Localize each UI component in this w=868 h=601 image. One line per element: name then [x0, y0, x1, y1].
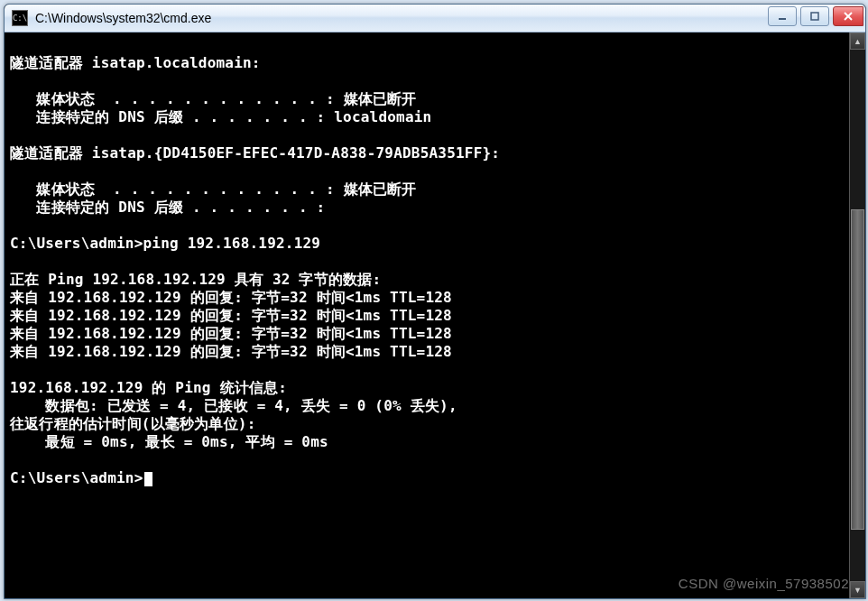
console-line: 来自 192.168.192.129 的回复: 字节=32 时间<1ms TTL…	[10, 343, 844, 361]
titlebar[interactable]: C:\ C:\Windows\system32\cmd.exe	[5, 5, 865, 32]
console-line: 往返行程的估计时间(以毫秒为单位):	[10, 415, 844, 433]
console-line: 192.168.192.129 的 Ping 统计信息:	[10, 379, 844, 397]
console-line	[10, 451, 844, 469]
svg-rect-1	[811, 13, 818, 20]
scroll-track[interactable]	[850, 50, 865, 581]
console-line: 最短 = 0ms, 最长 = 0ms, 平均 = 0ms	[10, 433, 844, 451]
console-line: 媒体状态 . . . . . . . . . . . . : 媒体已断开	[10, 180, 844, 199]
console-line: 来自 192.168.192.129 的回复: 字节=32 时间<1ms TTL…	[10, 325, 844, 343]
console-line	[10, 126, 844, 144]
console-line: 隧道适配器 isatap.localdomain:	[10, 54, 844, 72]
close-icon	[844, 12, 853, 21]
console-line: 正在 Ping 192.168.192.129 具有 32 字节的数据:	[10, 271, 844, 289]
minimize-button[interactable]	[768, 6, 797, 26]
console-line	[10, 253, 844, 271]
console-line	[10, 72, 844, 90]
scroll-up-button[interactable]: ▲	[850, 32, 865, 50]
console-output[interactable]: 隧道适配器 isatap.localdomain: 媒体状态 . . . . .…	[5, 32, 849, 598]
console-line: 连接特定的 DNS 后缀 . . . . . . . : localdomain	[10, 108, 844, 126]
console-line: 连接特定的 DNS 后缀 . . . . . . . :	[10, 199, 844, 217]
minimize-icon	[778, 12, 787, 21]
scroll-thumb[interactable]	[851, 209, 864, 530]
maximize-icon	[810, 12, 819, 21]
app-icon: C:\	[12, 10, 28, 26]
maximize-button[interactable]	[800, 6, 829, 26]
console-line: 隧道适配器 isatap.{DD4150EF-EFEC-417D-A838-79…	[10, 144, 844, 162]
console-area: 隧道适配器 isatap.localdomain: 媒体状态 . . . . .…	[5, 32, 865, 598]
vertical-scrollbar[interactable]: ▲ ▼	[849, 32, 865, 598]
console-line: 媒体状态 . . . . . . . . . . . . : 媒体已断开	[10, 90, 844, 108]
window-controls	[768, 6, 863, 26]
console-line	[10, 217, 844, 235]
console-line: C:\Users\admin>	[10, 469, 844, 487]
console-line: C:\Users\admin>ping 192.168.192.129	[10, 235, 844, 253]
console-line: 数据包: 已发送 = 4, 已接收 = 4, 丢失 = 0 (0% 丢失),	[10, 397, 844, 415]
window-title: C:\Windows\system32\cmd.exe	[35, 11, 211, 25]
text-cursor	[144, 472, 152, 486]
cmd-window: C:\ C:\Windows\system32\cmd.exe 隧道适配器 is…	[4, 4, 866, 599]
console-line: 来自 192.168.192.129 的回复: 字节=32 时间<1ms TTL…	[10, 289, 844, 307]
close-button[interactable]	[833, 6, 863, 26]
console-line: 来自 192.168.192.129 的回复: 字节=32 时间<1ms TTL…	[10, 307, 844, 325]
console-line	[10, 162, 844, 180]
console-line	[10, 361, 844, 379]
console-line	[10, 36, 844, 54]
scroll-down-button[interactable]: ▼	[850, 581, 865, 598]
